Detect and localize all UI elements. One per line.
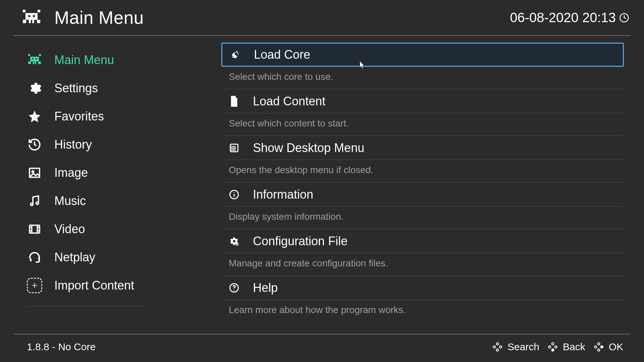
svg-rect-18 xyxy=(35,61,36,64)
svg-point-44 xyxy=(555,346,557,348)
sidebar-item-main-menu[interactable]: Main Menu xyxy=(27,46,188,74)
sidebar-item-music[interactable]: Music xyxy=(27,187,188,215)
help-icon xyxy=(229,282,239,293)
menu-item-label: Configuration File xyxy=(253,234,347,248)
menu-item-desc: Select which core to use. xyxy=(221,67,624,89)
menu-item-label: Load Content xyxy=(253,94,325,108)
svg-rect-17 xyxy=(33,61,34,64)
app-logo-icon xyxy=(21,10,42,26)
dpad-icon xyxy=(492,342,503,352)
sidebar-item-label: Settings xyxy=(54,81,98,95)
svg-rect-11 xyxy=(28,54,30,56)
svg-rect-8 xyxy=(32,20,34,23)
dpad-icon xyxy=(547,342,558,352)
footer-divider xyxy=(13,334,631,334)
svg-rect-16 xyxy=(38,61,41,64)
sidebar-item-label: Image xyxy=(54,166,88,180)
music-icon xyxy=(27,193,42,209)
svg-rect-0 xyxy=(25,13,38,20)
svg-rect-12 xyxy=(39,54,41,56)
menu-item-desc: Display system information. xyxy=(221,207,624,229)
svg-point-42 xyxy=(552,349,554,351)
sidebar-item-import-content[interactable]: + Import Content xyxy=(27,271,188,300)
sidebar-item-video[interactable]: Video xyxy=(27,215,188,243)
svg-point-48 xyxy=(601,346,603,348)
clock-icon xyxy=(619,13,629,23)
sidebar-item-history[interactable]: History xyxy=(27,131,188,159)
menu-item-label: Information xyxy=(253,188,313,202)
menu-item-desc: Learn more about how the program works. xyxy=(221,300,624,322)
svg-rect-7 xyxy=(29,20,31,23)
footer-button-back[interactable]: Back xyxy=(547,341,585,353)
sidebar-item-settings[interactable]: Settings xyxy=(27,74,188,102)
menu-item-desc: Opens the desktop menu if closed. xyxy=(221,160,624,183)
svg-rect-14 xyxy=(36,58,37,59)
header: Main Menu 06-08-2020 20:13 xyxy=(0,0,644,35)
video-icon xyxy=(27,221,42,237)
sidebar-item-image[interactable]: Image xyxy=(27,159,188,187)
image-icon xyxy=(27,165,42,180)
sidebar-item-label: Video xyxy=(54,222,85,236)
sidebar-divider xyxy=(27,306,148,307)
svg-point-21 xyxy=(31,203,33,205)
header-datetime: 06-08-2020 20:13 xyxy=(510,10,629,25)
status-text: 1.8.8 - No Core xyxy=(27,341,96,353)
svg-rect-5 xyxy=(23,20,26,23)
svg-point-34 xyxy=(236,244,238,245)
sidebar-item-favorites[interactable]: Favorites xyxy=(27,102,188,131)
svg-point-45 xyxy=(597,343,600,345)
svg-point-36 xyxy=(234,290,235,291)
svg-point-22 xyxy=(36,202,39,204)
menu-item-show-desktop-menu[interactable]: Show Desktop Menu xyxy=(221,136,624,160)
svg-point-38 xyxy=(496,349,499,351)
svg-point-29 xyxy=(231,150,232,150)
svg-point-43 xyxy=(548,346,551,348)
menu-item-information[interactable]: Information xyxy=(221,183,624,207)
dpad-icon xyxy=(593,342,604,352)
svg-point-41 xyxy=(552,343,554,345)
sidebar-item-label: Netplay xyxy=(54,250,95,264)
sidebar-item-netplay[interactable]: Netplay xyxy=(27,243,188,271)
rocket-icon xyxy=(230,49,240,60)
svg-rect-24 xyxy=(30,259,32,262)
footer: 1.8.8 - No Core Search Back xyxy=(0,334,644,362)
svg-point-20 xyxy=(32,171,34,172)
info-icon xyxy=(229,189,239,200)
svg-point-31 xyxy=(234,192,235,193)
menu-item-load-core[interactable]: Load Core xyxy=(221,43,624,67)
svg-point-39 xyxy=(493,346,495,348)
footer-button-label: OK xyxy=(609,341,623,353)
footer-button-search[interactable]: Search xyxy=(492,341,539,353)
svg-point-46 xyxy=(597,349,600,351)
svg-rect-15 xyxy=(28,61,31,64)
svg-rect-4 xyxy=(33,15,35,17)
main-list: Load Core Select which core to use. Load… xyxy=(188,36,644,327)
gear-small-icon xyxy=(229,236,239,247)
list-box-icon xyxy=(229,143,239,153)
menu-item-help[interactable]: Help xyxy=(221,276,624,300)
svg-rect-1 xyxy=(23,10,25,12)
svg-point-37 xyxy=(496,343,499,345)
invader-icon xyxy=(27,52,42,68)
star-icon xyxy=(27,109,42,124)
menu-item-configuration-file[interactable]: Configuration File xyxy=(221,229,624,253)
datetime-text: 06-08-2020 20:13 xyxy=(510,10,616,25)
menu-item-desc: Select which content to start. xyxy=(221,113,624,136)
svg-rect-13 xyxy=(32,58,34,59)
sidebar-item-label: Favorites xyxy=(54,109,104,123)
menu-item-load-content[interactable]: Load Content xyxy=(221,89,624,113)
svg-rect-23 xyxy=(30,225,40,233)
footer-buttons: Search Back OK xyxy=(492,341,623,353)
body: Main Menu Settings Favorites xyxy=(0,36,644,327)
menu-item-desc: Manage and create configuration files. xyxy=(221,253,624,276)
header-left: Main Menu xyxy=(21,7,144,28)
svg-rect-10 xyxy=(30,57,39,61)
footer-button-label: Search xyxy=(507,341,539,353)
footer-button-ok[interactable]: OK xyxy=(593,341,623,353)
history-icon xyxy=(27,137,42,152)
svg-point-27 xyxy=(231,146,232,147)
sidebar-item-label: Main Menu xyxy=(54,53,114,67)
footer-button-label: Back xyxy=(563,341,585,353)
svg-point-32 xyxy=(233,240,235,243)
svg-point-28 xyxy=(231,148,232,148)
